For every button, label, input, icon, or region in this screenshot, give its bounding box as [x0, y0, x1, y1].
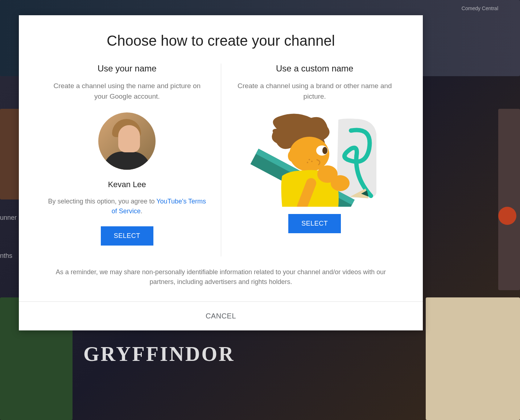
svg-point-12	[331, 175, 350, 191]
bg-label: nths	[0, 252, 12, 260]
bg-label: Comedy Central	[462, 5, 498, 11]
svg-point-8	[311, 161, 313, 162]
create-channel-modal: Choose how to create your channel Use yo…	[19, 15, 423, 330]
bg-label: GRYFFINDOR	[83, 342, 235, 366]
custom-name-illustration	[246, 112, 384, 207]
option-description: Create a channel using a brand or other …	[236, 81, 394, 102]
disclaimer-text: As a reminder, we may share non-personal…	[19, 256, 423, 301]
svg-point-10	[288, 150, 297, 162]
option-title: Use a custom name	[276, 63, 353, 74]
modal-title: Choose how to create your channel	[19, 15, 423, 63]
select-your-name-button[interactable]: SELECT	[101, 226, 153, 246]
options-container: Use your name Create a channel using the…	[19, 63, 423, 256]
terms-text: By selecting this option, you agree to Y…	[48, 197, 206, 216]
bg-label: unner	[0, 214, 17, 222]
user-name: Kevan Lee	[108, 180, 146, 189]
select-custom-name-button[interactable]: SELECT	[288, 214, 341, 233]
option-use-your-name: Use your name Create a channel using the…	[33, 63, 221, 256]
option-custom-name: Use a custom name Create a channel using…	[221, 63, 409, 256]
svg-point-6	[322, 147, 327, 154]
svg-point-7	[309, 159, 310, 160]
user-avatar	[98, 112, 156, 170]
option-description: Create a channel using the name and pict…	[48, 81, 206, 102]
svg-point-9	[307, 162, 308, 163]
option-title: Use your name	[98, 63, 157, 74]
cancel-button[interactable]: CANCEL	[206, 312, 236, 320]
cancel-bar: CANCEL	[19, 301, 423, 330]
